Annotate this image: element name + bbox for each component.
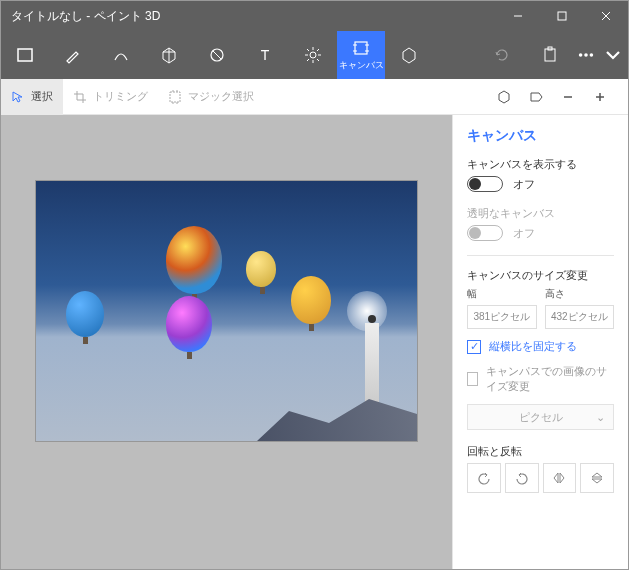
lock-aspect-checkbox[interactable]: ✓	[467, 340, 481, 354]
svg-point-26	[590, 53, 594, 57]
show-canvas-toggle[interactable]	[467, 176, 503, 192]
menu-tab[interactable]	[1, 31, 49, 79]
expand-button[interactable]	[598, 31, 628, 79]
unit-select[interactable]: ピクセル	[467, 404, 614, 430]
brushes-tab[interactable]	[49, 31, 97, 79]
zoom-out-button[interactable]	[552, 79, 584, 115]
height-label: 高さ	[545, 287, 615, 301]
text-tab[interactable]: T	[241, 31, 289, 79]
svg-point-25	[584, 53, 588, 57]
crop-tool-label: トリミング	[93, 89, 148, 104]
lock-aspect-label: 縦横比を固定する	[489, 339, 577, 354]
svg-line-14	[317, 59, 319, 61]
canvas-tab-label: キャンバス	[339, 59, 384, 72]
maximize-button[interactable]	[540, 1, 584, 31]
width-label: 幅	[467, 287, 537, 301]
svg-rect-22	[545, 49, 555, 61]
resize-section-label: キャンバスのサイズ変更	[467, 268, 614, 283]
3d-view-button[interactable]	[488, 79, 520, 115]
show-canvas-label: キャンバスを表示する	[467, 157, 614, 172]
canvas-area[interactable]	[1, 115, 452, 569]
magic-select-tool[interactable]: マジック選択	[158, 79, 264, 115]
svg-line-6	[213, 51, 221, 59]
transparent-canvas-state: オフ	[513, 226, 535, 241]
svg-rect-17	[355, 42, 367, 54]
app-window: タイトルなし - ペイント 3D T キャンバス 選択	[0, 0, 629, 570]
width-input[interactable]: 381ピクセル	[467, 305, 537, 329]
flip-vertical-button[interactable]	[580, 463, 614, 493]
transparent-canvas-label: 透明なキャンバス	[467, 206, 614, 221]
history-tab[interactable]	[478, 31, 526, 79]
canvas-image[interactable]	[36, 181, 417, 441]
flip-horizontal-button[interactable]	[543, 463, 577, 493]
rotate-section-label: 回転と反転	[467, 444, 614, 459]
undo-dropdown[interactable]	[574, 31, 598, 79]
title-bar: タイトルなし - ペイント 3D	[1, 1, 628, 31]
rotate-cw-button[interactable]	[505, 463, 539, 493]
2d-shapes-tab[interactable]	[97, 31, 145, 79]
paste-tab[interactable]	[526, 31, 574, 79]
height-input[interactable]: 432ピクセル	[545, 305, 615, 329]
svg-line-15	[317, 49, 319, 51]
zoom-in-button[interactable]	[584, 79, 616, 115]
svg-text:T: T	[261, 47, 270, 63]
svg-rect-1	[558, 12, 566, 20]
svg-point-24	[579, 53, 583, 57]
sub-toolbar: 選択 トリミング マジック選択	[1, 79, 628, 115]
panel-title: キャンバス	[467, 127, 614, 145]
magic-select-label: マジック選択	[188, 89, 254, 104]
rotate-ccw-button[interactable]	[467, 463, 501, 493]
resize-image-checkbox[interactable]: ✓	[467, 372, 478, 386]
svg-line-16	[307, 59, 309, 61]
stickers-tab[interactable]	[193, 31, 241, 79]
minimize-button[interactable]	[496, 1, 540, 31]
select-tool[interactable]: 選択	[1, 79, 63, 115]
close-button[interactable]	[584, 1, 628, 31]
properties-panel: キャンバス キャンバスを表示する オフ 透明なキャンバス オフ キャンバスのサイ…	[452, 115, 628, 569]
effects-tab[interactable]	[289, 31, 337, 79]
canvas-tab[interactable]: キャンバス	[337, 31, 385, 79]
svg-point-8	[310, 52, 316, 58]
resize-image-label: キャンパスでの画像のサイズ変更	[486, 364, 614, 394]
ribbon: T キャンバス	[1, 31, 628, 79]
view-mode-button[interactable]	[520, 79, 552, 115]
3d-library-tab[interactable]	[385, 31, 433, 79]
show-canvas-state: オフ	[513, 177, 535, 192]
unit-value: ピクセル	[519, 410, 563, 425]
svg-line-13	[307, 49, 309, 51]
transparent-canvas-toggle	[467, 225, 503, 241]
3d-shapes-tab[interactable]	[145, 31, 193, 79]
window-title: タイトルなし - ペイント 3D	[11, 8, 160, 25]
svg-rect-27	[170, 92, 180, 102]
crop-tool[interactable]: トリミング	[63, 79, 158, 115]
select-tool-label: 選択	[31, 89, 53, 104]
svg-rect-4	[18, 49, 32, 61]
